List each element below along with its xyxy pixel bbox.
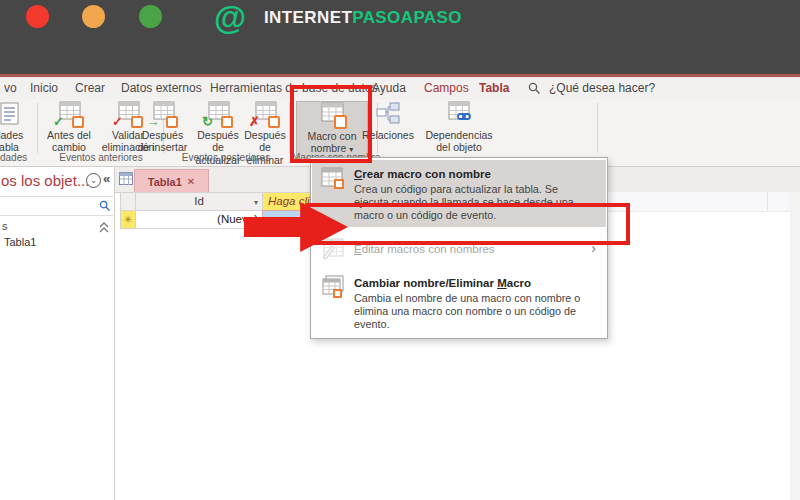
table-properties-button[interactable]: dades abla: [0, 101, 36, 159]
navigation-pane-title: os los objet...: [1, 172, 89, 189]
highlight-box-macro-button: [290, 85, 372, 163]
red-cross-glyph: ✗: [249, 115, 260, 128]
column-header-label: Id: [194, 195, 204, 207]
navigation-pane: os los objet... ⌄ « s Tabla1: [0, 167, 115, 500]
group-label-propiedades: dades: [0, 152, 36, 163]
pane-menu-chevron-icon[interactable]: ⌄: [86, 173, 101, 188]
group-label-eventos-posteriores: Eventos posteriores: [166, 152, 286, 163]
create-named-macro-icon: [320, 166, 346, 190]
rename-delete-macro-icon: [320, 275, 346, 299]
despues-de-insertar-button[interactable]: → Después de insertar: [136, 101, 189, 159]
site-logo-icon: @: [201, 1, 259, 35]
collapse-group-icon[interactable]: [99, 222, 109, 233]
site-logo-text: INTERNETPASOAPASO: [264, 8, 462, 28]
tab-ayuda[interactable]: Ayuda: [372, 78, 406, 99]
table-check-icon: ✓: [55, 101, 83, 127]
menu-item-cambiar-nombre[interactable]: Cambiar nombre/Eliminar Macro Cambia el …: [312, 269, 606, 336]
button-label: dades: [0, 129, 23, 141]
green-refresh-glyph: ↻: [202, 115, 213, 128]
document-tab-tabla1[interactable]: Tabla1 ✕: [134, 169, 209, 193]
cell-id-new[interactable]: (Nuevo): [135, 210, 263, 229]
pane-search-input[interactable]: [0, 199, 96, 215]
highlight-box-editar-macros: [306, 203, 630, 245]
tab-campos[interactable]: Campos: [424, 78, 469, 99]
document-tab-label: Tabla1: [148, 176, 182, 188]
pane-item-tabla1[interactable]: Tabla1: [4, 236, 36, 248]
close-tab-icon[interactable]: ✕: [187, 176, 195, 187]
column-dropdown-icon[interactable]: ▾: [254, 194, 258, 211]
tab-tabla[interactable]: Tabla: [479, 78, 509, 101]
menu-item-description: Cambia el nombre de una macro con nombre…: [354, 292, 592, 331]
table-refresh-icon: ↻: [204, 101, 232, 127]
red-check-glyph: ✓: [112, 115, 123, 128]
object-dependencies-icon: [445, 101, 473, 127]
tab-inicio[interactable]: Inicio: [30, 78, 58, 99]
button-label: del objeto: [436, 141, 482, 153]
group-separator: [597, 103, 598, 153]
collapse-pane-icon[interactable]: «: [103, 171, 110, 186]
green-check-glyph: ✓: [53, 115, 64, 128]
table-properties-icon: [0, 101, 23, 127]
logo-word-pasoapaso: PASOAPASO: [352, 8, 462, 27]
button-label: Antes del: [47, 129, 91, 141]
window-minimize-light[interactable]: [82, 5, 105, 28]
window-zoom-light[interactable]: [139, 5, 162, 28]
antes-del-cambio-button[interactable]: ✓ Antes del cambio: [42, 101, 96, 159]
menu-item-title: Cambiar nombre/Eliminar Macro: [354, 277, 531, 289]
tab-crear[interactable]: Crear: [75, 78, 105, 99]
pane-search-icon[interactable]: [99, 200, 111, 212]
group-separator: [37, 103, 38, 153]
tab-archivo[interactable]: vo: [4, 78, 17, 99]
logo-word-internet: INTERNET: [264, 8, 352, 27]
new-record-selector[interactable]: ✳: [120, 210, 136, 229]
pane-group-tablas[interactable]: s: [2, 220, 8, 232]
ribbon-tab-row: vo Inicio Crear Datos externos Herramien…: [0, 78, 800, 99]
relationships-icon: [374, 101, 402, 127]
tab-datos-externos[interactable]: Datos externos: [121, 78, 202, 99]
table-corner-cell[interactable]: [120, 192, 136, 211]
column-header-id[interactable]: Id ▾: [135, 192, 263, 211]
green-arrow-glyph: →: [147, 115, 160, 128]
macro-dropdown-menu: Crear macro con nombre Crea un código pa…: [310, 157, 608, 339]
tell-me-box[interactable]: ¿Qué desea hacer?: [549, 78, 655, 99]
browser-titlebar: @ INTERNETPASOAPASO: [0, 0, 800, 36]
button-label: Dependencias: [425, 129, 492, 141]
macro-badge-icon: [221, 116, 233, 128]
table-delete-icon: ✗: [251, 101, 279, 127]
despues-de-actualizar-button[interactable]: ↻ Después de actualizar: [190, 101, 246, 159]
macro-badge-icon: [166, 116, 178, 128]
despues-de-eliminar-button[interactable]: ✗ Después de eliminar: [240, 101, 290, 159]
tell-me-search-icon: [528, 82, 541, 95]
screenshot-root: @ INTERNETPASOAPASO ◀ ▶ Search vo Inicio…: [0, 0, 800, 500]
browser-navbar: ◀ ▶ Search: [0, 36, 800, 74]
vertical-scrollbar[interactable]: [790, 192, 800, 500]
window-close-light[interactable]: [26, 5, 49, 28]
button-label: Después de: [190, 129, 246, 154]
macro-badge-icon: [72, 116, 84, 128]
dependencias-del-objeto-button[interactable]: Dependencias del objeto: [424, 101, 494, 159]
button-label: Después: [244, 129, 285, 141]
menu-item-title: Crear macro con nombre: [354, 168, 491, 180]
table-doc-icon: [119, 172, 133, 185]
pane-search-row: [0, 196, 113, 216]
button-label: Después: [142, 129, 183, 141]
table-insert-icon: →: [149, 101, 177, 127]
macro-badge-icon: [268, 116, 280, 128]
